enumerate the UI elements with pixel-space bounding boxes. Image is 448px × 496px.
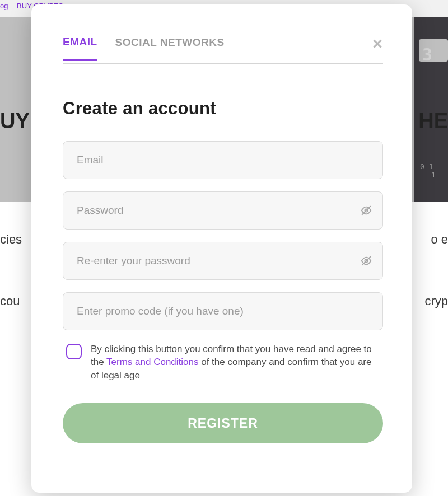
close-button[interactable]: ✕ — [372, 36, 383, 60]
terms-link[interactable]: Terms and Conditions — [106, 357, 198, 367]
email-field-wrapper[interactable] — [63, 141, 383, 179]
reenter-password-field-wrapper[interactable] — [63, 242, 383, 280]
password-field-wrapper[interactable] — [63, 191, 383, 230]
bg-line3-left: cou — [0, 294, 20, 308]
signup-modal: EMAIL SOCIAL NETWORKS ✕ Create an accoun… — [31, 4, 412, 493]
tab-email[interactable]: EMAIL — [63, 36, 97, 61]
bg-line2-left: cies — [0, 232, 22, 247]
promo-code-field[interactable] — [77, 305, 353, 317]
toggle-reenter-password-visibility[interactable] — [360, 255, 372, 267]
hero-text-right: HE — [418, 109, 448, 133]
toggle-password-visibility[interactable] — [360, 204, 372, 217]
register-button[interactable]: REGISTER — [63, 403, 383, 443]
hero-num-3: 1 — [431, 171, 436, 179]
eye-off-icon — [360, 255, 372, 267]
close-icon: ✕ — [372, 36, 383, 52]
terms-row: By clicking this button you confirm that… — [63, 343, 383, 382]
tab-social-networks[interactable]: SOCIAL NETWORKS — [115, 36, 225, 60]
hero-badge-number: 3 — [422, 45, 432, 64]
eye-off-icon — [360, 204, 372, 217]
promo-code-field-wrapper[interactable] — [63, 292, 383, 330]
email-field[interactable] — [77, 154, 353, 166]
bg-line3-right: cryp — [424, 294, 448, 308]
hero-text-left: UY — [0, 109, 30, 133]
password-field[interactable] — [77, 204, 353, 217]
page-title: Create an account — [63, 99, 383, 119]
terms-checkbox[interactable] — [66, 344, 82, 359]
signup-form: By clicking this button you confirm that… — [63, 141, 383, 443]
reenter-password-field[interactable] — [77, 255, 353, 267]
terms-text: By clicking this button you confirm that… — [91, 343, 380, 382]
hero-num-2: 0 1 — [420, 162, 433, 171]
bg-line2-right: o e — [431, 232, 448, 247]
nav-link-og[interactable]: og — [0, 2, 8, 10]
tab-bar: EMAIL SOCIAL NETWORKS ✕ — [63, 32, 383, 64]
